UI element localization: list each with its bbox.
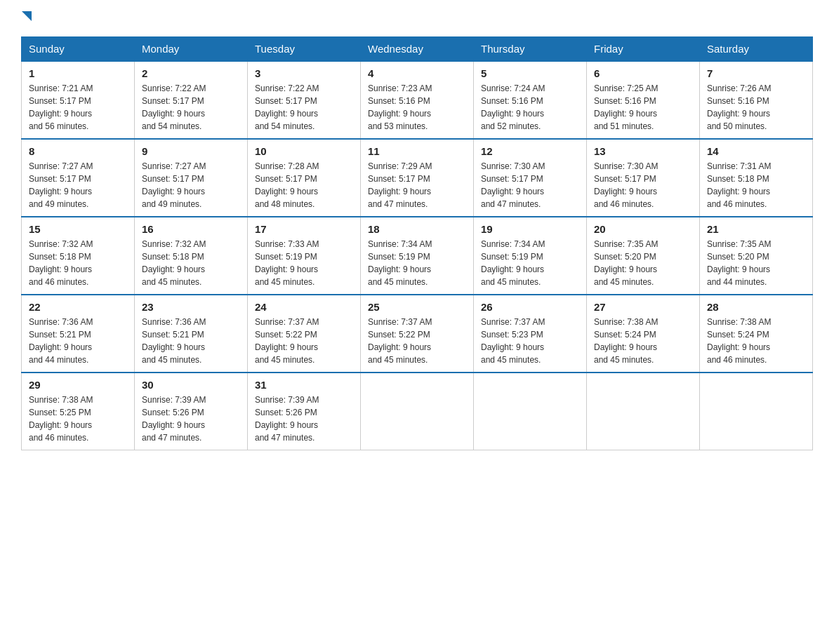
day-number: 27 bbox=[594, 301, 692, 313]
day-number: 17 bbox=[255, 223, 353, 235]
calendar-cell: 5 Sunrise: 7:24 AM Sunset: 5:16 PM Dayli… bbox=[474, 61, 587, 139]
calendar-cell: 1 Sunrise: 7:21 AM Sunset: 5:17 PM Dayli… bbox=[22, 61, 135, 139]
calendar-cell: 15 Sunrise: 7:32 AM Sunset: 5:18 PM Dayl… bbox=[22, 217, 135, 295]
day-info: Sunrise: 7:24 AM Sunset: 5:16 PM Dayligh… bbox=[481, 82, 579, 133]
day-number: 13 bbox=[594, 145, 692, 157]
day-info: Sunrise: 7:32 AM Sunset: 5:18 PM Dayligh… bbox=[142, 238, 240, 288]
day-info: Sunrise: 7:22 AM Sunset: 5:17 PM Dayligh… bbox=[142, 82, 240, 133]
day-number: 1 bbox=[29, 67, 127, 79]
calendar-cell: 4 Sunrise: 7:23 AM Sunset: 5:16 PM Dayli… bbox=[361, 61, 474, 139]
day-info: Sunrise: 7:23 AM Sunset: 5:16 PM Dayligh… bbox=[368, 82, 466, 133]
calendar-cell: 17 Sunrise: 7:33 AM Sunset: 5:19 PM Dayl… bbox=[248, 217, 361, 295]
day-number: 30 bbox=[142, 379, 240, 391]
calendar-cell bbox=[361, 373, 474, 450]
day-number: 16 bbox=[142, 223, 240, 235]
day-number: 23 bbox=[142, 301, 240, 313]
weekday-header-saturday: Saturday bbox=[700, 37, 813, 62]
calendar-cell: 12 Sunrise: 7:30 AM Sunset: 5:17 PM Dayl… bbox=[474, 139, 587, 217]
day-number: 8 bbox=[29, 145, 127, 157]
calendar-cell: 9 Sunrise: 7:27 AM Sunset: 5:17 PM Dayli… bbox=[135, 139, 248, 217]
day-number: 22 bbox=[29, 301, 127, 313]
day-info: Sunrise: 7:37 AM Sunset: 5:22 PM Dayligh… bbox=[255, 316, 353, 366]
day-info: Sunrise: 7:34 AM Sunset: 5:19 PM Dayligh… bbox=[368, 238, 466, 288]
calendar-cell: 31 Sunrise: 7:39 AM Sunset: 5:26 PM Dayl… bbox=[248, 373, 361, 450]
day-info: Sunrise: 7:29 AM Sunset: 5:17 PM Dayligh… bbox=[368, 160, 466, 210]
calendar-cell: 26 Sunrise: 7:37 AM Sunset: 5:23 PM Dayl… bbox=[474, 295, 587, 373]
calendar-cell: 8 Sunrise: 7:27 AM Sunset: 5:17 PM Dayli… bbox=[22, 139, 135, 217]
calendar-week-row: 29 Sunrise: 7:38 AM Sunset: 5:25 PM Dayl… bbox=[22, 373, 813, 450]
page-header bbox=[21, 14, 813, 24]
day-info: Sunrise: 7:27 AM Sunset: 5:17 PM Dayligh… bbox=[29, 160, 127, 210]
logo bbox=[21, 14, 32, 24]
calendar-week-row: 22 Sunrise: 7:36 AM Sunset: 5:21 PM Dayl… bbox=[22, 295, 813, 373]
day-number: 21 bbox=[707, 223, 805, 235]
day-info: Sunrise: 7:22 AM Sunset: 5:17 PM Dayligh… bbox=[255, 82, 353, 133]
calendar-cell: 21 Sunrise: 7:35 AM Sunset: 5:20 PM Dayl… bbox=[700, 217, 813, 295]
weekday-header-row: SundayMondayTuesdayWednesdayThursdayFrid… bbox=[22, 37, 813, 62]
day-number: 6 bbox=[594, 67, 692, 79]
calendar-cell: 30 Sunrise: 7:39 AM Sunset: 5:26 PM Dayl… bbox=[135, 373, 248, 450]
logo-triangle-icon bbox=[22, 11, 32, 21]
day-info: Sunrise: 7:34 AM Sunset: 5:19 PM Dayligh… bbox=[481, 238, 579, 288]
calendar-cell: 20 Sunrise: 7:35 AM Sunset: 5:20 PM Dayl… bbox=[587, 217, 700, 295]
weekday-header-friday: Friday bbox=[587, 37, 700, 62]
day-info: Sunrise: 7:35 AM Sunset: 5:20 PM Dayligh… bbox=[594, 238, 692, 288]
calendar-cell bbox=[587, 373, 700, 450]
day-info: Sunrise: 7:38 AM Sunset: 5:24 PM Dayligh… bbox=[594, 316, 692, 366]
day-number: 24 bbox=[255, 301, 353, 313]
calendar-cell: 10 Sunrise: 7:28 AM Sunset: 5:17 PM Dayl… bbox=[248, 139, 361, 217]
day-info: Sunrise: 7:38 AM Sunset: 5:25 PM Dayligh… bbox=[29, 394, 127, 444]
calendar-cell: 11 Sunrise: 7:29 AM Sunset: 5:17 PM Dayl… bbox=[361, 139, 474, 217]
calendar-cell: 27 Sunrise: 7:38 AM Sunset: 5:24 PM Dayl… bbox=[587, 295, 700, 373]
day-number: 28 bbox=[707, 301, 805, 313]
day-number: 11 bbox=[368, 145, 466, 157]
day-number: 2 bbox=[142, 67, 240, 79]
day-info: Sunrise: 7:33 AM Sunset: 5:19 PM Dayligh… bbox=[255, 238, 353, 288]
day-number: 7 bbox=[707, 67, 805, 79]
day-number: 29 bbox=[29, 379, 127, 391]
day-info: Sunrise: 7:39 AM Sunset: 5:26 PM Dayligh… bbox=[142, 394, 240, 444]
day-info: Sunrise: 7:39 AM Sunset: 5:26 PM Dayligh… bbox=[255, 394, 353, 444]
day-info: Sunrise: 7:30 AM Sunset: 5:17 PM Dayligh… bbox=[594, 160, 692, 210]
day-number: 14 bbox=[707, 145, 805, 157]
calendar-cell: 24 Sunrise: 7:37 AM Sunset: 5:22 PM Dayl… bbox=[248, 295, 361, 373]
logo-general-text bbox=[21, 14, 32, 24]
calendar-cell: 29 Sunrise: 7:38 AM Sunset: 5:25 PM Dayl… bbox=[22, 373, 135, 450]
day-number: 31 bbox=[255, 379, 353, 391]
calendar-week-row: 15 Sunrise: 7:32 AM Sunset: 5:18 PM Dayl… bbox=[22, 217, 813, 295]
day-info: Sunrise: 7:35 AM Sunset: 5:20 PM Dayligh… bbox=[707, 238, 805, 288]
day-info: Sunrise: 7:37 AM Sunset: 5:22 PM Dayligh… bbox=[368, 316, 466, 366]
calendar-cell: 3 Sunrise: 7:22 AM Sunset: 5:17 PM Dayli… bbox=[248, 61, 361, 139]
day-number: 15 bbox=[29, 223, 127, 235]
calendar-cell bbox=[700, 373, 813, 450]
calendar-cell: 23 Sunrise: 7:36 AM Sunset: 5:21 PM Dayl… bbox=[135, 295, 248, 373]
calendar-cell: 18 Sunrise: 7:34 AM Sunset: 5:19 PM Dayl… bbox=[361, 217, 474, 295]
calendar-cell: 14 Sunrise: 7:31 AM Sunset: 5:18 PM Dayl… bbox=[700, 139, 813, 217]
day-number: 12 bbox=[481, 145, 579, 157]
calendar-table: SundayMondayTuesdayWednesdayThursdayFrid… bbox=[21, 36, 813, 450]
day-info: Sunrise: 7:36 AM Sunset: 5:21 PM Dayligh… bbox=[29, 316, 127, 366]
day-info: Sunrise: 7:38 AM Sunset: 5:24 PM Dayligh… bbox=[707, 316, 805, 366]
day-number: 9 bbox=[142, 145, 240, 157]
day-info: Sunrise: 7:28 AM Sunset: 5:17 PM Dayligh… bbox=[255, 160, 353, 210]
calendar-week-row: 1 Sunrise: 7:21 AM Sunset: 5:17 PM Dayli… bbox=[22, 61, 813, 139]
day-info: Sunrise: 7:30 AM Sunset: 5:17 PM Dayligh… bbox=[481, 160, 579, 210]
calendar-cell bbox=[474, 373, 587, 450]
day-info: Sunrise: 7:36 AM Sunset: 5:21 PM Dayligh… bbox=[142, 316, 240, 366]
calendar-cell: 2 Sunrise: 7:22 AM Sunset: 5:17 PM Dayli… bbox=[135, 61, 248, 139]
calendar-cell: 6 Sunrise: 7:25 AM Sunset: 5:16 PM Dayli… bbox=[587, 61, 700, 139]
weekday-header-tuesday: Tuesday bbox=[248, 37, 361, 62]
day-number: 4 bbox=[368, 67, 466, 79]
day-info: Sunrise: 7:26 AM Sunset: 5:16 PM Dayligh… bbox=[707, 82, 805, 133]
day-number: 18 bbox=[368, 223, 466, 235]
day-number: 10 bbox=[255, 145, 353, 157]
calendar-cell: 16 Sunrise: 7:32 AM Sunset: 5:18 PM Dayl… bbox=[135, 217, 248, 295]
calendar-week-row: 8 Sunrise: 7:27 AM Sunset: 5:17 PM Dayli… bbox=[22, 139, 813, 217]
day-number: 26 bbox=[481, 301, 579, 313]
day-info: Sunrise: 7:21 AM Sunset: 5:17 PM Dayligh… bbox=[29, 82, 127, 133]
day-info: Sunrise: 7:32 AM Sunset: 5:18 PM Dayligh… bbox=[29, 238, 127, 288]
day-info: Sunrise: 7:31 AM Sunset: 5:18 PM Dayligh… bbox=[707, 160, 805, 210]
day-number: 20 bbox=[594, 223, 692, 235]
calendar-cell: 13 Sunrise: 7:30 AM Sunset: 5:17 PM Dayl… bbox=[587, 139, 700, 217]
weekday-header-monday: Monday bbox=[135, 37, 248, 62]
